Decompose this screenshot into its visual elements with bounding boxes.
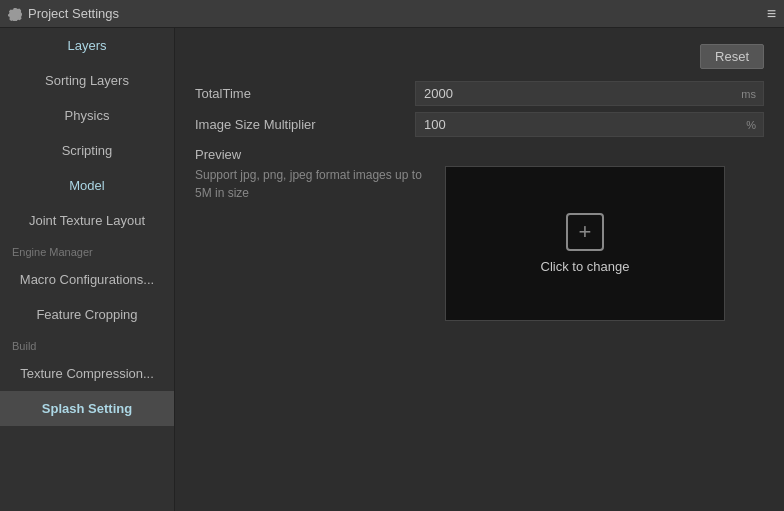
title-bar: Project Settings ≡ [0,0,784,28]
content-area: Reset TotalTime ms Image Size Multiplier… [175,28,784,511]
reset-button[interactable]: Reset [700,44,764,69]
preview-support-text: Support jpg, png, jpeg format images up … [195,166,425,202]
total-time-input-wrap: ms [415,81,764,106]
image-size-multiplier-label: Image Size Multiplier [195,117,415,132]
sidebar-item-joint-texture-layout[interactable]: Joint Texture Layout [0,203,174,238]
image-size-multiplier-row: Image Size Multiplier % [195,112,764,137]
main-layout: Layers Sorting Layers Physics Scripting … [0,28,784,511]
sidebar-item-macro-configurations[interactable]: Macro Configurations... [0,262,174,297]
sidebar-item-texture-compression[interactable]: Texture Compression... [0,356,174,391]
total-time-unit: ms [741,88,756,100]
preview-label: Preview [195,147,764,162]
preview-image-box[interactable]: + Click to change [445,166,725,321]
sidebar-item-feature-cropping[interactable]: Feature Cropping [0,297,174,332]
image-size-multiplier-unit: % [746,119,756,131]
total-time-label: TotalTime [195,86,415,101]
sidebar-item-model[interactable]: Model [0,168,174,203]
window-title: Project Settings [28,6,119,21]
engine-manager-section-label: Engine Manager [0,238,174,262]
image-size-multiplier-input[interactable] [415,112,764,137]
sidebar-item-scripting[interactable]: Scripting [0,133,174,168]
sidebar: Layers Sorting Layers Physics Scripting … [0,28,175,511]
gear-icon [8,7,22,21]
preview-plus-icon: + [566,213,604,251]
reset-row: Reset [195,44,764,69]
menu-icon[interactable]: ≡ [767,5,776,23]
build-section-label: Build [0,332,174,356]
sidebar-item-physics[interactable]: Physics [0,98,174,133]
preview-content-row: Support jpg, png, jpeg format images up … [195,166,764,321]
sidebar-item-splash-setting[interactable]: Splash Setting [0,391,174,426]
total-time-input[interactable] [415,81,764,106]
total-time-row: TotalTime ms [195,81,764,106]
sidebar-item-sorting-layers[interactable]: Sorting Layers [0,63,174,98]
image-size-multiplier-input-wrap: % [415,112,764,137]
title-bar-left: Project Settings [8,6,119,21]
preview-click-text: Click to change [541,259,630,274]
sidebar-item-layers[interactable]: Layers [0,28,174,63]
preview-section: Preview Support jpg, png, jpeg format im… [195,147,764,321]
